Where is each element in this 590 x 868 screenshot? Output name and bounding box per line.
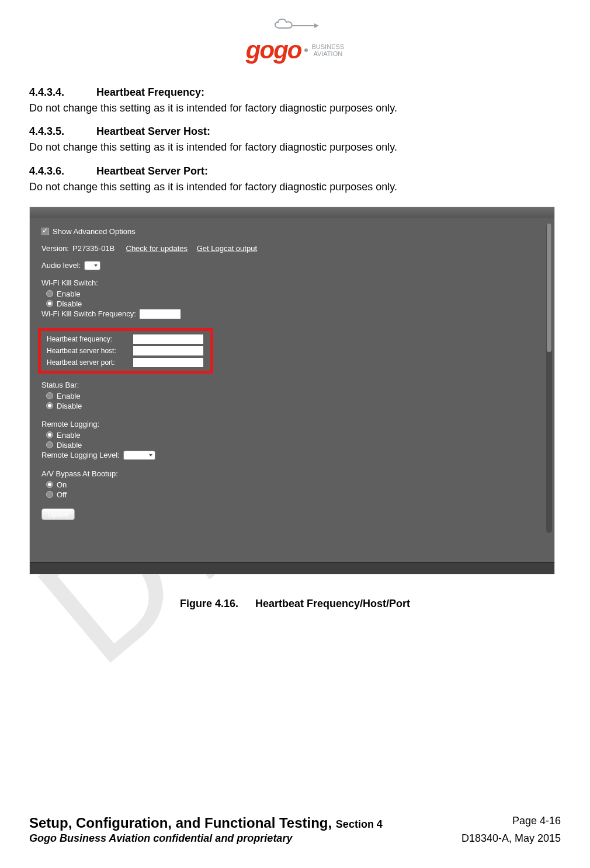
logo-subtext: BUSINESSAVIATION (311, 43, 344, 57)
section-body: Do not change this setting as it is inte… (29, 101, 561, 115)
section-title: Heartbeat Server Port: (96, 165, 208, 177)
enable-label: Enable (57, 290, 80, 298)
settings-screenshot: Show Advanced Options Version: P27335-01… (29, 207, 555, 574)
page-footer: Setup, Configuration, and Functional Tes… (29, 815, 561, 845)
logo-dot-icon (304, 48, 308, 52)
remote-logging-level-select[interactable]: WARN (123, 451, 155, 460)
wifi-freq-input[interactable]: 5000 (140, 309, 181, 319)
section-number: 4.4.3.4. (29, 86, 93, 99)
svg-marker-1 (314, 23, 319, 28)
wifi-kill-switch-label: Wi-Fi Kill Switch: (41, 278, 543, 287)
figure-caption: Figure 4.16. Heartbeat Frequency/Host/Po… (29, 598, 561, 610)
figure-title: Heartbeat Frequency/Host/Port (255, 598, 410, 609)
section-title: Heartbeat Frequency: (96, 86, 204, 98)
footer-page: Page 4-16 (512, 815, 561, 831)
statusbar-enable-radio[interactable] (46, 392, 53, 399)
remote-logging-level-label: Remote Logging Level: (41, 451, 120, 459)
av-bypass-label: A/V Bypass At Bootup: (41, 469, 543, 478)
footer-title: Setup, Configuration, and Functional Tes… (29, 815, 336, 831)
disable-label: Disable (57, 402, 82, 410)
enable-label: Enable (57, 392, 80, 400)
on-label: On (57, 480, 67, 489)
heartbeat-highlight-box: Heartbeat frequency: 15000 Heartbeat ser… (38, 328, 213, 374)
update-button[interactable]: Update (41, 508, 75, 520)
hb-port-label: Heartbeat server port: (47, 358, 129, 367)
hb-host-input[interactable]: video.gogo.aero (133, 346, 203, 355)
doc-section: 4.4.3.6. Heartbeat Server Port: Do not c… (29, 165, 561, 194)
logo-word: gogo (246, 36, 301, 64)
version-label: Version: (41, 244, 69, 253)
cloud-arrow-icon (269, 16, 321, 34)
check-updates-link[interactable]: Check for updates (126, 244, 188, 253)
window-titlebar (30, 207, 554, 218)
disable-label: Disable (57, 299, 82, 308)
off-label: Off (57, 490, 67, 499)
footer-section: Section 4 (336, 818, 383, 830)
av-off-radio[interactable] (46, 491, 53, 498)
section-body: Do not change this setting as it is inte… (29, 140, 561, 154)
footer-docid: D18340-A, May 2015 (461, 832, 561, 845)
window-bottombar (30, 562, 554, 574)
hb-freq-input[interactable]: 15000 (133, 334, 203, 344)
section-number: 4.4.3.5. (29, 126, 93, 138)
disable-label: Disable (57, 441, 82, 449)
section-body: Do not change this setting as it is inte… (29, 180, 561, 194)
wifi-enable-radio[interactable] (46, 290, 53, 297)
av-on-radio[interactable] (46, 481, 53, 488)
enable-label: Enable (57, 431, 80, 440)
status-bar-label: Status Bar: (41, 381, 543, 389)
wifi-freq-label: Wi-Fi Kill Switch Frequency: (41, 309, 136, 318)
doc-section: 4.4.3.4. Heartbeat Frequency: Do not cha… (29, 86, 561, 115)
remotelog-enable-radio[interactable] (46, 431, 53, 438)
wifi-disable-radio[interactable] (46, 300, 53, 307)
hb-host-label: Heartbeat server host: (47, 347, 129, 355)
audio-level-select[interactable]: 8 (84, 261, 100, 270)
doc-section: 4.4.3.5. Heartbeat Server Host: Do not c… (29, 126, 561, 154)
show-advanced-checkbox[interactable] (41, 228, 49, 235)
audio-level-label: Audio level: (41, 261, 81, 270)
remotelog-disable-radio[interactable] (46, 441, 53, 448)
figure-number: Figure 4.16. (180, 598, 238, 610)
get-logcat-link[interactable]: Get Logcat output (197, 244, 257, 253)
vertical-scrollbar[interactable] (546, 224, 552, 533)
version-value: P27335-01B (72, 244, 114, 253)
logo-header: gogo BUSINESSAVIATION (29, 16, 561, 64)
section-number: 4.4.3.6. (29, 165, 93, 177)
hb-port-input[interactable]: 2222 (133, 358, 203, 367)
statusbar-disable-radio[interactable] (46, 402, 53, 409)
hb-freq-label: Heartbeat frequency: (47, 335, 129, 343)
footer-confidential: Gogo Business Aviation confidential and … (29, 832, 292, 845)
show-advanced-label: Show Advanced Options (53, 227, 136, 236)
remote-logging-label: Remote Logging: (41, 420, 543, 428)
section-title: Heartbeat Server Host: (96, 126, 210, 137)
